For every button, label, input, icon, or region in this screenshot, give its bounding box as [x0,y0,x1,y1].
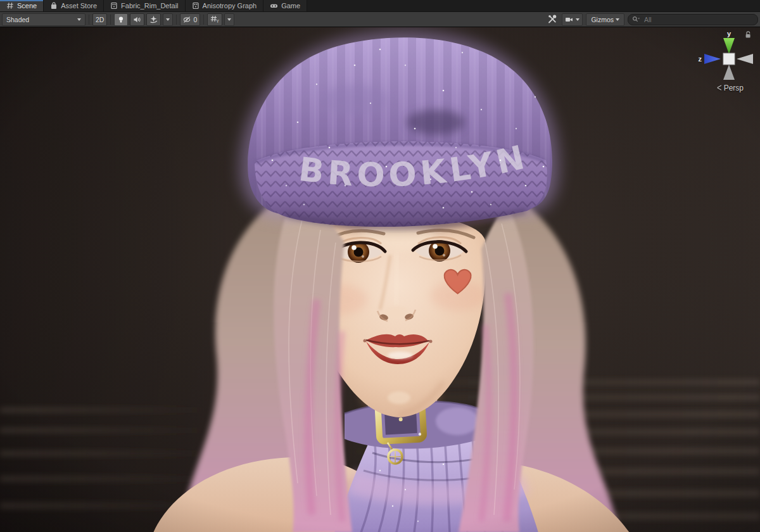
scene-tools-button[interactable] [546,14,559,25]
orientation-gizmo[interactable]: y z [692,28,755,92]
grid-axis-icon: Y [210,15,219,23]
unity-editor-window: Scene Asset Store Fabric_Rim_Detail An [0,0,760,532]
projection-label: Persp [724,84,744,92]
toolbar-separator [176,15,177,25]
axis-z-cone[interactable] [704,54,721,64]
chevron-down-icon [166,18,170,21]
search-icon [632,16,640,23]
chevron-down-icon [616,18,619,21]
tools-icon [547,15,557,24]
chevron-down-icon [77,18,81,21]
projection-toggle[interactable]: < Persp [717,83,744,92]
chevron-down-icon [227,18,231,21]
scene-viewport[interactable]: BROOKLYN [0,27,760,532]
gamepad-icon [270,2,278,10]
gizmos-dropdown[interactable]: Gizmos [586,13,624,26]
shader-graph-icon [110,2,118,10]
draw-mode-dropdown[interactable]: Shaded [2,13,86,26]
camera-icon [565,16,574,23]
scene-visibility-toggle[interactable]: 0 [180,13,200,26]
vignette [0,27,760,532]
scene-camera-dropdown[interactable] [562,13,583,26]
toolbar-separator [89,15,89,25]
scene-lighting-toggle[interactable] [114,13,128,26]
hidden-count: 0 [193,16,197,23]
tab-anisotropy-graph[interactable]: Anisotropy Graph [186,0,264,11]
2d-label: 2D [96,16,104,23]
effects-star-icon [149,15,158,23]
scene-audio-toggle[interactable] [130,13,144,26]
tab-label: Game [281,2,300,10]
tab-asset-store[interactable]: Asset Store [44,0,104,11]
axis-y-label[interactable]: y [727,30,732,37]
scene-search-field[interactable] [628,14,758,25]
asset-store-bag-icon [50,2,58,10]
tab-bar: Scene Asset Store Fabric_Rim_Detail An [0,0,760,12]
axis-down-cone[interactable] [723,65,735,80]
shader-graph-icon [192,2,200,10]
grid-dropdown[interactable] [224,13,234,26]
toolbar-separator [203,15,204,25]
tab-scene[interactable]: Scene [0,0,44,11]
eye-hidden-icon [183,16,191,23]
scene-grid-icon [6,2,14,10]
scene-render: BROOKLYN [0,27,760,532]
toolbar-separator [110,15,111,25]
lightbulb-icon [117,16,125,23]
axis-z-label[interactable]: z [699,55,702,63]
chevron-down-icon [576,18,580,21]
2d-toggle-button[interactable]: 2D [92,13,107,26]
gizmo-cube[interactable] [723,53,735,65]
gizmos-label: Gizmos [591,16,614,23]
tab-game[interactable]: Game [263,0,307,11]
effects-dropdown[interactable] [163,13,173,26]
axis-x-cone[interactable] [737,54,753,64]
draw-mode-label: Shaded [6,16,29,23]
search-input[interactable] [643,15,754,24]
toolbar-right-group: Gizmos [546,13,758,26]
tab-fabric-rim-detail[interactable]: Fabric_Rim_Detail [104,0,185,11]
scene-effects-toggle[interactable] [146,13,161,26]
persp-angle-icon: < [717,82,722,94]
tab-label: Scene [17,2,37,10]
axis-y-cone[interactable] [723,38,735,54]
tab-bar-empty-space [307,0,760,11]
scene-toolbar: Shaded 2D [0,12,760,27]
tab-label: Anisotropy Graph [203,2,257,10]
tab-label: Fabric_Rim_Detail [121,2,178,10]
tab-label: Asset Store [61,2,97,10]
grid-visibility-toggle[interactable]: Y [207,13,222,26]
speaker-icon [133,16,141,23]
svg-text:Y: Y [217,19,220,23]
